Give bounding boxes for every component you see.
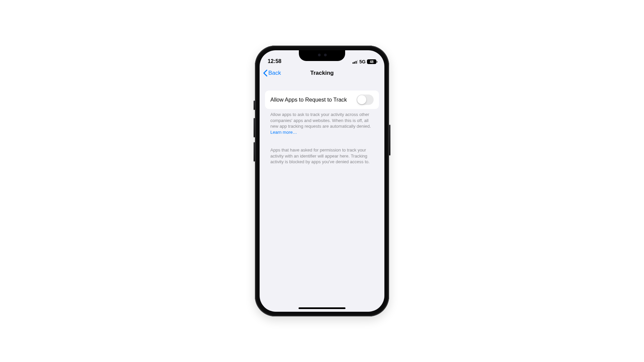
tracking-footnote: Allow apps to ask to track your activity… (270, 112, 374, 135)
power-button (389, 125, 390, 156)
home-indicator[interactable] (299, 307, 345, 309)
signal-icon (353, 60, 358, 64)
nav-bar: Back Tracking (260, 66, 384, 80)
battery-percent: 48 (370, 60, 373, 64)
footnote-text: Allow apps to ask to track your activity… (270, 112, 371, 129)
battery-icon: 48 (367, 59, 376, 64)
silence-switch (254, 101, 255, 110)
volume-up-button (254, 118, 255, 137)
screen: 12:58 5G 48 Back Tracking (260, 50, 384, 312)
content-area: Allow Apps to Request to Track Allow app… (260, 80, 384, 312)
volume-down-button (254, 142, 255, 162)
network-type: 5G (359, 59, 366, 64)
allow-tracking-toggle[interactable] (357, 95, 374, 105)
chevron-left-icon (263, 69, 268, 77)
notch (299, 50, 345, 61)
apps-list-footnote: Apps that have asked for permission to t… (270, 147, 374, 165)
phone-frame: 12:58 5G 48 Back Tracking (255, 46, 389, 316)
status-time: 12:58 (268, 58, 281, 64)
allow-tracking-label: Allow Apps to Request to Track (270, 97, 347, 103)
allow-tracking-row[interactable]: Allow Apps to Request to Track (265, 90, 379, 109)
status-right: 5G 48 (353, 59, 376, 64)
back-label: Back (268, 70, 281, 76)
page-title: Tracking (310, 70, 334, 76)
back-button[interactable]: Back (263, 69, 281, 77)
learn-more-link[interactable]: Learn more… (270, 130, 297, 135)
